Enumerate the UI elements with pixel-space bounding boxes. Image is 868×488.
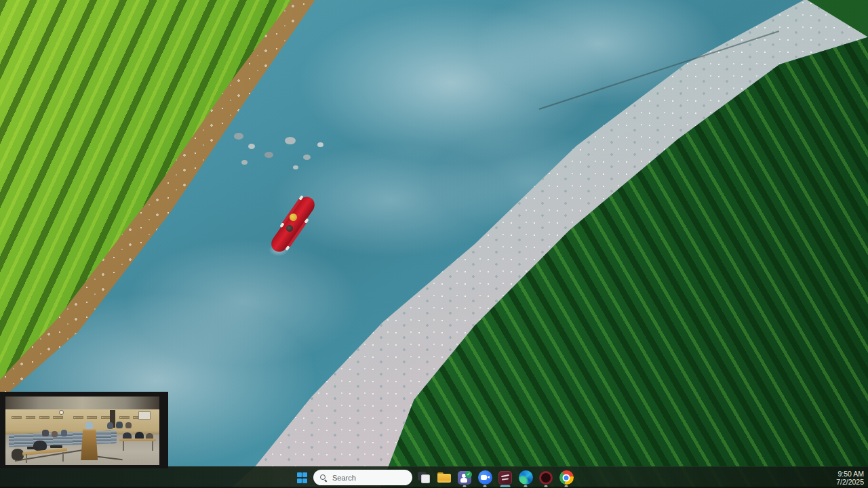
wall-picture <box>87 416 97 419</box>
file-explorer-button[interactable] <box>435 468 453 488</box>
standing-person <box>116 422 122 428</box>
taskbar-clock[interactable]: 9:50 AM 7/2/2025 <box>836 469 864 486</box>
running-indicator <box>524 485 528 487</box>
task-view-button[interactable] <box>415 468 433 488</box>
desktop: ✓ <box>0 0 868 488</box>
zoom-button[interactable] <box>476 468 494 488</box>
zoom-icon <box>478 470 492 485</box>
wall-picture <box>39 416 50 419</box>
meeting-video-overlay[interactable] <box>0 392 168 468</box>
media-app-button[interactable] <box>496 468 514 488</box>
start-button[interactable] <box>293 468 311 488</box>
table-leg <box>123 441 124 451</box>
red-browser-button[interactable] <box>537 468 555 488</box>
task-view-icon <box>417 471 431 485</box>
running-indicator <box>484 485 487 487</box>
edge-button[interactable] <box>517 468 534 488</box>
running-indicator <box>463 485 467 487</box>
standing-person <box>107 422 113 429</box>
wall-picture <box>26 416 36 419</box>
clock-time: 9:50 AM <box>836 469 864 478</box>
audience-person <box>52 431 58 437</box>
laptop <box>50 445 62 448</box>
paddler-front <box>290 214 297 221</box>
paddler-rear <box>286 225 293 232</box>
windows-start-icon <box>297 472 307 483</box>
clock-date: 7/2/2025 <box>836 478 864 487</box>
running-indicator <box>545 485 548 487</box>
wall-picture <box>53 416 63 419</box>
taskbar-search[interactable] <box>313 470 412 485</box>
media-app-icon <box>498 471 512 485</box>
meeting-room-video-frame <box>5 396 159 465</box>
kayak-hull <box>268 194 318 256</box>
search-input[interactable] <box>331 473 406 483</box>
wall-picture <box>101 416 111 419</box>
active-app-indicator <box>500 485 511 487</box>
folding-table-right <box>119 439 156 441</box>
chrome-button[interactable] <box>557 468 575 488</box>
file-explorer-icon <box>437 472 451 483</box>
teams-status-badge: ✓ <box>465 471 472 478</box>
podium <box>81 429 98 460</box>
room-back-wall <box>5 409 159 434</box>
table-leg <box>152 441 153 451</box>
table-leg <box>62 452 64 462</box>
wall-picture <box>119 416 130 419</box>
audience-person <box>61 430 67 436</box>
wall-picture <box>73 416 83 419</box>
binder <box>27 447 38 449</box>
edge-icon <box>519 470 533 485</box>
search-icon <box>320 474 327 481</box>
wall-picture <box>12 416 22 419</box>
table-leg <box>26 454 27 463</box>
whiteboard <box>139 412 150 419</box>
teams-icon: ✓ <box>458 471 471 485</box>
audience-person <box>42 430 48 436</box>
taskbar: ✓ <box>0 466 868 488</box>
chrome-icon <box>559 470 574 485</box>
standing-person <box>125 422 132 428</box>
room-ceiling <box>5 396 159 409</box>
teams-button[interactable]: ✓ <box>456 468 473 488</box>
kayak-with-paddlers <box>263 191 324 259</box>
red-browser-icon <box>539 471 553 485</box>
running-indicator <box>565 485 568 487</box>
